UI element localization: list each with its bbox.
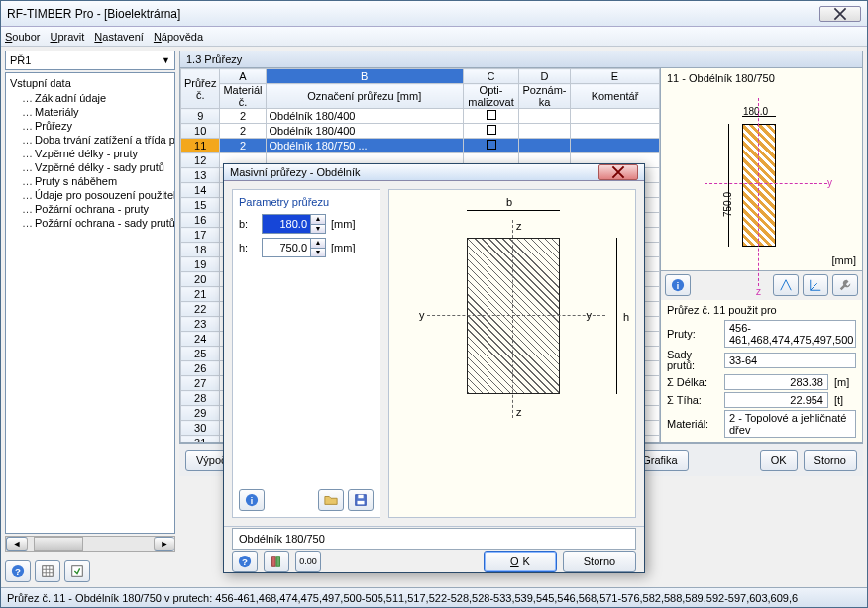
- section-title: 1.3 Průřezy: [179, 51, 863, 68]
- preview-title: 11 - Obdélník 180/750: [661, 68, 862, 88]
- svg-rect-14: [276, 557, 280, 567]
- menubar: Soubor Upravit Nastavení Nápověda: [1, 27, 867, 47]
- svg-rect-9: [358, 495, 363, 499]
- dialog-section-name: Obdélník 180/750: [232, 528, 636, 550]
- help-button[interactable]: ?: [5, 560, 31, 582]
- dialog-help-button[interactable]: ?: [232, 551, 258, 572]
- storno-button[interactable]: Storno: [804, 450, 857, 471]
- dialog-preview: b h y y z z: [388, 189, 636, 518]
- case-combo[interactable]: PŘ1 ▼: [5, 51, 175, 70]
- tree-hscroll[interactable]: ◄ ►: [5, 536, 175, 552]
- stress-icon: [779, 278, 793, 292]
- dialog-titlebar: Masivní průřezy - Obdélník: [224, 164, 644, 181]
- svg-rect-10: [358, 501, 365, 505]
- dialog-title: Masivní průřezy - Obdélník: [230, 166, 360, 178]
- svg-text:?: ?: [15, 566, 21, 577]
- menu-file[interactable]: Soubor: [5, 31, 40, 43]
- unit-label: [mm]: [832, 254, 856, 266]
- ok-button[interactable]: OK: [760, 450, 798, 471]
- tree-item[interactable]: Požární ochrana - pruty: [6, 202, 174, 216]
- svg-text:i: i: [251, 496, 253, 506]
- scroll-right-button[interactable]: ►: [154, 537, 174, 551]
- weight-value: 22.954: [724, 392, 828, 408]
- stress-button[interactable]: [773, 274, 799, 296]
- sheet-in-icon: [70, 564, 84, 578]
- svg-text:i: i: [677, 281, 679, 291]
- scroll-thumb[interactable]: [34, 537, 83, 551]
- pruty-value: 456-461,468,474,475,497,500: [724, 320, 856, 348]
- dialog-ok-button[interactable]: OK: [484, 551, 557, 572]
- tree-item[interactable]: Základní údaje: [6, 91, 174, 105]
- tool-button-1[interactable]: [35, 560, 60, 582]
- params-panel: Parametry průřezu b: ▲▼ [mm] h: ▲▼ [mm] …: [232, 189, 380, 518]
- info-icon: i: [245, 493, 259, 507]
- dialog-storno-button[interactable]: Storno: [563, 551, 636, 572]
- used-for-label: Průřez č. 11 použit pro: [667, 304, 856, 316]
- axes-button[interactable]: [803, 274, 828, 296]
- status-text: Průřez č. 11 - Obdélník 180/750 v prutec…: [7, 592, 798, 604]
- svg-rect-13: [272, 557, 276, 567]
- material-value: 2 - Topolové a jehličnaté dřev: [724, 410, 856, 438]
- side-info: Průřez č. 11 použit pro Pruty:456-461,46…: [661, 300, 862, 442]
- spin-up-icon[interactable]: ▲: [310, 215, 325, 225]
- axes-icon: [809, 278, 822, 292]
- table-row[interactable]: 92Obdélník 180/400: [181, 109, 660, 124]
- dialog-units-button[interactable]: 0.00: [295, 551, 321, 572]
- case-combo-value: PŘ1: [10, 54, 31, 66]
- help-icon: ?: [238, 555, 252, 568]
- b-input[interactable]: ▲▼: [262, 214, 326, 234]
- menu-settings[interactable]: Nastavení: [94, 31, 144, 43]
- params-title: Parametry průřezu: [239, 196, 374, 208]
- dialog-library-button[interactable]: [264, 551, 289, 572]
- sheet-icon: [41, 564, 54, 578]
- dialog-info-button[interactable]: i: [239, 489, 265, 511]
- tree-root[interactable]: Vstupní data: [6, 75, 174, 91]
- folder-icon: [324, 493, 338, 507]
- tree-item[interactable]: Doba trvání zatížení a třída pro: [6, 133, 174, 147]
- scroll-left-button[interactable]: ◄: [6, 537, 28, 551]
- sady-value: 33-64: [724, 353, 856, 368]
- b-label: b:: [239, 218, 257, 230]
- props-button[interactable]: [832, 274, 858, 296]
- titlebar: RF-TIMBER Pro - [Bioelektrárna]: [1, 1, 867, 27]
- nav-tree[interactable]: Vstupní data Základní údaje Materiály Pr…: [5, 72, 175, 534]
- col-rownum: Průřez: [184, 77, 216, 89]
- h-label: h:: [239, 242, 257, 253]
- tree-item[interactable]: Požární ochrana - sady prutů: [6, 216, 174, 230]
- tree-item[interactable]: Pruty s náběhem: [6, 174, 174, 188]
- table-row[interactable]: 102Obdélník 180/400: [181, 124, 660, 139]
- preview-section: [742, 124, 776, 247]
- titlebar-text: RF-TIMBER Pro - [Bioelektrárna]: [7, 7, 819, 21]
- svg-rect-2: [43, 566, 54, 577]
- tree-item[interactable]: Údaje pro posouzení použitelno: [6, 188, 174, 202]
- book-icon: [270, 555, 283, 568]
- close-icon: [833, 7, 847, 21]
- preview-toolbar: i: [661, 270, 862, 300]
- h-input[interactable]: ▲▼: [262, 238, 326, 257]
- wrench-icon: [838, 278, 852, 292]
- svg-text:?: ?: [242, 556, 248, 566]
- side-preview: 11 - Obdélník 180/750 180.0 750.0 y z [m…: [660, 68, 862, 442]
- section-dialog: Masivní průřezy - Obdélník Parametry prů…: [223, 163, 645, 573]
- table-row[interactable]: 112Obdélník 180/750 ...: [181, 139, 660, 153]
- app-window: RF-TIMBER Pro - [Bioelektrárna] Soubor U…: [0, 0, 868, 608]
- help-icon: ?: [11, 564, 25, 578]
- dialog-save-button[interactable]: [348, 489, 374, 511]
- length-value: 283.38: [724, 374, 828, 390]
- tree-item[interactable]: Materiály: [6, 105, 174, 119]
- close-button[interactable]: [819, 6, 861, 22]
- tree-item[interactable]: Vzpěrné délky - pruty: [6, 147, 174, 160]
- spin-down-icon[interactable]: ▼: [310, 225, 325, 234]
- spin-down-icon[interactable]: ▼: [310, 249, 325, 257]
- preview-canvas: 180.0 750.0 y z [mm]: [661, 88, 862, 270]
- menu-help[interactable]: Nápověda: [154, 31, 203, 43]
- spin-up-icon[interactable]: ▲: [310, 239, 325, 249]
- menu-edit[interactable]: Upravit: [50, 31, 84, 43]
- tree-item[interactable]: Průřezy: [6, 119, 174, 133]
- dialog-close-button[interactable]: [598, 164, 638, 180]
- chevron-down-icon: ▼: [162, 55, 170, 65]
- tree-item[interactable]: Vzpěrné délky - sady prutů: [6, 160, 174, 174]
- tool-button-2[interactable]: [64, 560, 90, 582]
- dialog-open-button[interactable]: [318, 489, 344, 511]
- info-button[interactable]: i: [665, 274, 691, 296]
